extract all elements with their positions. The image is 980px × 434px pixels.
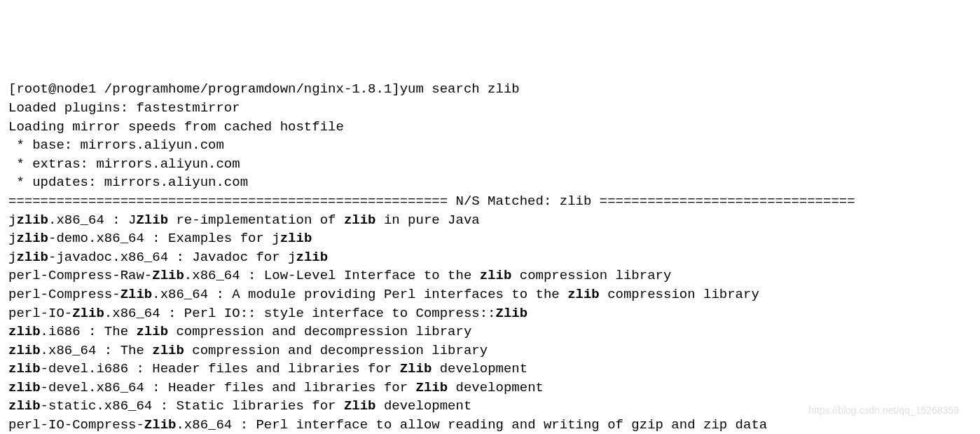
result-line: zlib.x86_64 : The zlib compression and d…	[8, 343, 488, 358]
result-line: perl-IO-Zlib.x86_64 : Perl IO:: style in…	[8, 306, 527, 321]
result-line: perl-IO-Compress-Zlib.x86_64 : Perl inte…	[8, 417, 767, 433]
result-line: perl-Compress-Zlib.x86_64 : A module pro…	[8, 287, 759, 302]
result-line: zlib-static.x86_64 : Static libraries fo…	[8, 398, 471, 414]
output-line: * extras: mirrors.aliyun.com	[8, 156, 240, 172]
result-line: perl-Compress-Raw-Zlib.x86_64 : Low-Leve…	[8, 268, 671, 283]
prompt-line: [root@node1 /programhome/programdown/ngi…	[8, 81, 520, 97]
terminal-output[interactable]: [root@node1 /programhome/programdown/ngi…	[8, 80, 972, 434]
output-line: Loaded plugins: fastestmirror	[8, 100, 240, 116]
section-header: ========================================…	[8, 194, 855, 209]
output-line: * updates: mirrors.aliyun.com	[8, 175, 248, 190]
result-line: jzlib-demo.x86_64 : Examples for jzlib	[8, 231, 312, 246]
result-line: jzlib.x86_64 : JZlib re-implementation o…	[8, 212, 480, 228]
result-line: jzlib-javadoc.x86_64 : Javadoc for jzlib	[8, 250, 328, 265]
result-line: zlib.i686 : The zlib compression and dec…	[8, 324, 471, 339]
result-line: zlib-devel.x86_64 : Header files and lib…	[8, 380, 544, 395]
output-line: * base: mirrors.aliyun.com	[8, 137, 224, 153]
output-line: Loading mirror speeds from cached hostfi…	[8, 119, 344, 135]
result-line: zlib-devel.i686 : Header files and libra…	[8, 361, 527, 377]
